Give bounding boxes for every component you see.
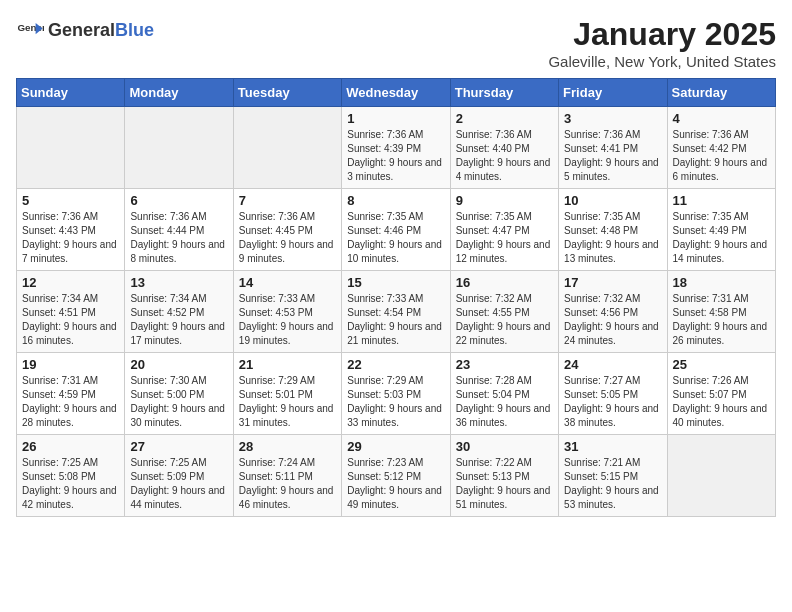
day-info: Sunrise: 7:25 AMSunset: 5:08 PMDaylight:… — [22, 456, 119, 512]
calendar-week-row: 12Sunrise: 7:34 AMSunset: 4:51 PMDayligh… — [17, 271, 776, 353]
calendar-cell: 13Sunrise: 7:34 AMSunset: 4:52 PMDayligh… — [125, 271, 233, 353]
day-number: 26 — [22, 439, 119, 454]
calendar-cell: 30Sunrise: 7:22 AMSunset: 5:13 PMDayligh… — [450, 435, 558, 517]
calendar-cell: 6Sunrise: 7:36 AMSunset: 4:44 PMDaylight… — [125, 189, 233, 271]
calendar-cell: 20Sunrise: 7:30 AMSunset: 5:00 PMDayligh… — [125, 353, 233, 435]
calendar-cell: 16Sunrise: 7:32 AMSunset: 4:55 PMDayligh… — [450, 271, 558, 353]
calendar-cell — [125, 107, 233, 189]
weekday-header-sunday: Sunday — [17, 79, 125, 107]
day-info: Sunrise: 7:35 AMSunset: 4:47 PMDaylight:… — [456, 210, 553, 266]
title-block: January 2025 Galeville, New York, United… — [548, 16, 776, 70]
weekday-header-wednesday: Wednesday — [342, 79, 450, 107]
day-number: 7 — [239, 193, 336, 208]
calendar-cell: 29Sunrise: 7:23 AMSunset: 5:12 PMDayligh… — [342, 435, 450, 517]
calendar-cell — [233, 107, 341, 189]
calendar-cell: 11Sunrise: 7:35 AMSunset: 4:49 PMDayligh… — [667, 189, 775, 271]
calendar-cell: 1Sunrise: 7:36 AMSunset: 4:39 PMDaylight… — [342, 107, 450, 189]
day-number: 28 — [239, 439, 336, 454]
day-number: 22 — [347, 357, 444, 372]
logo-blue-text: Blue — [115, 20, 154, 40]
weekday-header-row: SundayMondayTuesdayWednesdayThursdayFrid… — [17, 79, 776, 107]
calendar-cell: 12Sunrise: 7:34 AMSunset: 4:51 PMDayligh… — [17, 271, 125, 353]
day-info: Sunrise: 7:36 AMSunset: 4:43 PMDaylight:… — [22, 210, 119, 266]
logo-icon: General — [16, 16, 44, 44]
calendar-cell: 18Sunrise: 7:31 AMSunset: 4:58 PMDayligh… — [667, 271, 775, 353]
day-number: 19 — [22, 357, 119, 372]
day-info: Sunrise: 7:27 AMSunset: 5:05 PMDaylight:… — [564, 374, 661, 430]
day-info: Sunrise: 7:36 AMSunset: 4:44 PMDaylight:… — [130, 210, 227, 266]
logo-general-text: General — [48, 20, 115, 40]
day-info: Sunrise: 7:21 AMSunset: 5:15 PMDaylight:… — [564, 456, 661, 512]
calendar-cell: 4Sunrise: 7:36 AMSunset: 4:42 PMDaylight… — [667, 107, 775, 189]
calendar-cell — [17, 107, 125, 189]
calendar-cell: 15Sunrise: 7:33 AMSunset: 4:54 PMDayligh… — [342, 271, 450, 353]
calendar-week-row: 1Sunrise: 7:36 AMSunset: 4:39 PMDaylight… — [17, 107, 776, 189]
page-header: General GeneralBlue January 2025 Galevil… — [16, 16, 776, 70]
day-info: Sunrise: 7:35 AMSunset: 4:48 PMDaylight:… — [564, 210, 661, 266]
day-info: Sunrise: 7:32 AMSunset: 4:55 PMDaylight:… — [456, 292, 553, 348]
day-info: Sunrise: 7:33 AMSunset: 4:54 PMDaylight:… — [347, 292, 444, 348]
day-number: 24 — [564, 357, 661, 372]
calendar-cell: 10Sunrise: 7:35 AMSunset: 4:48 PMDayligh… — [559, 189, 667, 271]
calendar-cell: 2Sunrise: 7:36 AMSunset: 4:40 PMDaylight… — [450, 107, 558, 189]
day-number: 5 — [22, 193, 119, 208]
day-info: Sunrise: 7:23 AMSunset: 5:12 PMDaylight:… — [347, 456, 444, 512]
day-number: 30 — [456, 439, 553, 454]
day-info: Sunrise: 7:36 AMSunset: 4:42 PMDaylight:… — [673, 128, 770, 184]
day-number: 29 — [347, 439, 444, 454]
day-number: 12 — [22, 275, 119, 290]
weekday-header-thursday: Thursday — [450, 79, 558, 107]
location-title: Galeville, New York, United States — [548, 53, 776, 70]
day-info: Sunrise: 7:36 AMSunset: 4:45 PMDaylight:… — [239, 210, 336, 266]
day-info: Sunrise: 7:24 AMSunset: 5:11 PMDaylight:… — [239, 456, 336, 512]
calendar-week-row: 19Sunrise: 7:31 AMSunset: 4:59 PMDayligh… — [17, 353, 776, 435]
day-info: Sunrise: 7:30 AMSunset: 5:00 PMDaylight:… — [130, 374, 227, 430]
day-info: Sunrise: 7:22 AMSunset: 5:13 PMDaylight:… — [456, 456, 553, 512]
day-info: Sunrise: 7:36 AMSunset: 4:40 PMDaylight:… — [456, 128, 553, 184]
calendar-cell: 22Sunrise: 7:29 AMSunset: 5:03 PMDayligh… — [342, 353, 450, 435]
calendar-table: SundayMondayTuesdayWednesdayThursdayFrid… — [16, 78, 776, 517]
day-number: 18 — [673, 275, 770, 290]
day-number: 6 — [130, 193, 227, 208]
day-number: 4 — [673, 111, 770, 126]
calendar-cell: 25Sunrise: 7:26 AMSunset: 5:07 PMDayligh… — [667, 353, 775, 435]
day-info: Sunrise: 7:28 AMSunset: 5:04 PMDaylight:… — [456, 374, 553, 430]
calendar-cell: 23Sunrise: 7:28 AMSunset: 5:04 PMDayligh… — [450, 353, 558, 435]
day-info: Sunrise: 7:36 AMSunset: 4:41 PMDaylight:… — [564, 128, 661, 184]
day-info: Sunrise: 7:32 AMSunset: 4:56 PMDaylight:… — [564, 292, 661, 348]
day-number: 9 — [456, 193, 553, 208]
day-info: Sunrise: 7:29 AMSunset: 5:03 PMDaylight:… — [347, 374, 444, 430]
calendar-cell: 21Sunrise: 7:29 AMSunset: 5:01 PMDayligh… — [233, 353, 341, 435]
month-title: January 2025 — [548, 16, 776, 53]
day-number: 15 — [347, 275, 444, 290]
weekday-header-saturday: Saturday — [667, 79, 775, 107]
day-number: 21 — [239, 357, 336, 372]
day-info: Sunrise: 7:35 AMSunset: 4:49 PMDaylight:… — [673, 210, 770, 266]
calendar-cell: 27Sunrise: 7:25 AMSunset: 5:09 PMDayligh… — [125, 435, 233, 517]
day-info: Sunrise: 7:31 AMSunset: 4:58 PMDaylight:… — [673, 292, 770, 348]
calendar-week-row: 5Sunrise: 7:36 AMSunset: 4:43 PMDaylight… — [17, 189, 776, 271]
calendar-cell: 26Sunrise: 7:25 AMSunset: 5:08 PMDayligh… — [17, 435, 125, 517]
day-number: 13 — [130, 275, 227, 290]
weekday-header-monday: Monday — [125, 79, 233, 107]
day-info: Sunrise: 7:35 AMSunset: 4:46 PMDaylight:… — [347, 210, 444, 266]
day-number: 31 — [564, 439, 661, 454]
calendar-cell: 17Sunrise: 7:32 AMSunset: 4:56 PMDayligh… — [559, 271, 667, 353]
calendar-cell: 9Sunrise: 7:35 AMSunset: 4:47 PMDaylight… — [450, 189, 558, 271]
day-info: Sunrise: 7:26 AMSunset: 5:07 PMDaylight:… — [673, 374, 770, 430]
calendar-cell: 24Sunrise: 7:27 AMSunset: 5:05 PMDayligh… — [559, 353, 667, 435]
calendar-cell: 14Sunrise: 7:33 AMSunset: 4:53 PMDayligh… — [233, 271, 341, 353]
calendar-cell: 3Sunrise: 7:36 AMSunset: 4:41 PMDaylight… — [559, 107, 667, 189]
day-info: Sunrise: 7:34 AMSunset: 4:51 PMDaylight:… — [22, 292, 119, 348]
day-number: 23 — [456, 357, 553, 372]
day-info: Sunrise: 7:34 AMSunset: 4:52 PMDaylight:… — [130, 292, 227, 348]
calendar-cell: 19Sunrise: 7:31 AMSunset: 4:59 PMDayligh… — [17, 353, 125, 435]
calendar-week-row: 26Sunrise: 7:25 AMSunset: 5:08 PMDayligh… — [17, 435, 776, 517]
calendar-cell — [667, 435, 775, 517]
day-number: 17 — [564, 275, 661, 290]
day-number: 1 — [347, 111, 444, 126]
logo: General GeneralBlue — [16, 16, 154, 44]
day-number: 11 — [673, 193, 770, 208]
day-number: 20 — [130, 357, 227, 372]
calendar-cell: 31Sunrise: 7:21 AMSunset: 5:15 PMDayligh… — [559, 435, 667, 517]
